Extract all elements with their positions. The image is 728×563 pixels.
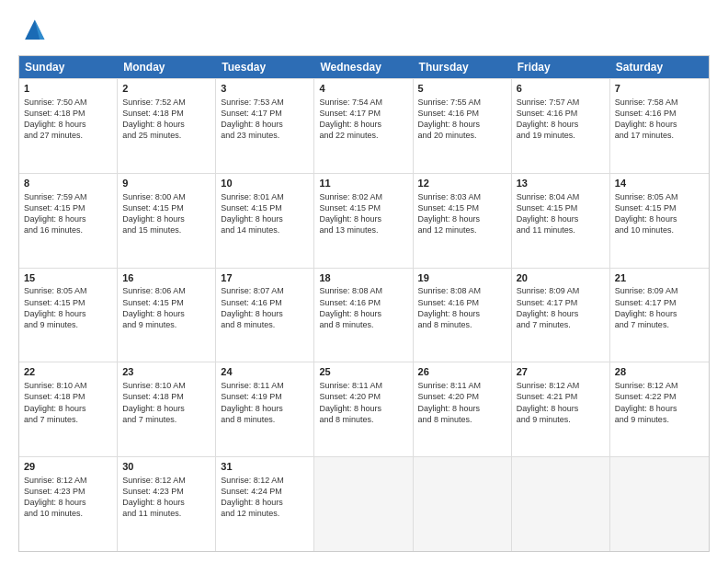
day-cell-9: 9Sunrise: 8:00 AMSunset: 4:15 PMDaylight… (118, 174, 216, 268)
cell-line: Sunset: 4:21 PM (517, 391, 605, 402)
cell-line: and 13 minutes. (319, 224, 407, 236)
cell-line: and 16 minutes. (24, 224, 112, 236)
cell-line: Sunset: 4:19 PM (221, 391, 309, 402)
cell-line: Sunrise: 8:11 AM (221, 380, 309, 391)
day-number: 12 (418, 177, 506, 190)
day-cell-30: 30Sunrise: 8:12 AMSunset: 4:23 PMDayligh… (118, 457, 216, 551)
cell-line: and 9 minutes. (517, 414, 605, 425)
calendar-header: SundayMondayTuesdayWednesdayThursdayFrid… (19, 56, 709, 78)
cell-line: Sunrise: 8:04 AM (517, 191, 605, 202)
day-cell-10: 10Sunrise: 8:01 AMSunset: 4:15 PMDayligh… (216, 174, 314, 268)
cell-line: Sunrise: 7:54 AM (319, 97, 407, 108)
day-cell-28: 28Sunrise: 8:12 AMSunset: 4:22 PMDayligh… (610, 362, 709, 456)
day-number: 28 (615, 365, 704, 379)
day-number: 14 (615, 177, 704, 190)
day-cell-20: 20Sunrise: 8:09 AMSunset: 4:17 PMDayligh… (512, 269, 610, 362)
day-number: 13 (517, 177, 605, 190)
cell-line: Sunset: 4:18 PM (122, 391, 210, 402)
day-number: 31 (221, 460, 309, 474)
cell-line: Daylight: 8 hours (122, 119, 210, 130)
day-cell-16: 16Sunrise: 8:06 AMSunset: 4:15 PMDayligh… (118, 269, 216, 362)
day-cell-29: 29Sunrise: 8:12 AMSunset: 4:23 PMDayligh… (19, 457, 118, 551)
cell-line: Sunset: 4:17 PM (517, 297, 605, 308)
cell-line: and 9 minutes. (122, 319, 210, 330)
cell-line: Daylight: 8 hours (24, 308, 112, 319)
calendar-body: 1Sunrise: 7:50 AMSunset: 4:18 PMDaylight… (19, 78, 709, 551)
cell-line: Sunset: 4:22 PM (615, 391, 704, 402)
cell-line: Sunrise: 8:07 AM (221, 285, 309, 296)
day-cell-11: 11Sunrise: 8:02 AMSunset: 4:15 PMDayligh… (314, 174, 413, 268)
logo-icon (18, 17, 48, 46)
cell-line: Daylight: 8 hours (24, 119, 112, 130)
day-cell-19: 19Sunrise: 8:08 AMSunset: 4:16 PMDayligh… (414, 269, 512, 362)
day-header-saturday: Saturday (610, 56, 709, 78)
cell-line: Daylight: 8 hours (221, 308, 309, 319)
day-number: 22 (24, 365, 112, 379)
cell-line: Sunset: 4:15 PM (122, 297, 210, 308)
empty-cell (610, 457, 709, 551)
day-number: 8 (24, 177, 112, 190)
cell-line: Daylight: 8 hours (418, 308, 506, 319)
cell-line: Sunrise: 8:01 AM (221, 191, 309, 202)
cell-line: Sunset: 4:16 PM (615, 108, 704, 119)
empty-cell (314, 457, 413, 551)
cell-line: Sunrise: 8:06 AM (122, 285, 210, 296)
cell-line: and 10 minutes. (24, 508, 112, 519)
day-cell-27: 27Sunrise: 8:12 AMSunset: 4:21 PMDayligh… (512, 362, 610, 456)
cell-line: Sunrise: 7:57 AM (517, 97, 605, 108)
day-number: 3 (221, 82, 309, 96)
cell-line: Daylight: 8 hours (319, 119, 407, 130)
day-number: 27 (517, 365, 605, 379)
cell-line: Sunset: 4:20 PM (319, 391, 407, 402)
cell-line: and 19 minutes. (517, 130, 605, 141)
cell-line: Sunset: 4:15 PM (122, 202, 210, 213)
cell-line: Sunrise: 8:12 AM (615, 380, 704, 391)
calendar-week-1: 1Sunrise: 7:50 AMSunset: 4:18 PMDaylight… (19, 78, 709, 173)
cell-line: Sunrise: 8:05 AM (24, 285, 112, 296)
day-number: 4 (319, 82, 407, 96)
cell-line: and 7 minutes. (615, 319, 704, 330)
cell-line: and 17 minutes. (615, 130, 704, 141)
cell-line: Sunrise: 8:11 AM (319, 380, 407, 391)
cell-line: Sunset: 4:15 PM (24, 297, 112, 308)
cell-line: Sunrise: 8:09 AM (517, 285, 605, 296)
day-cell-5: 5Sunrise: 7:55 AMSunset: 4:16 PMDaylight… (414, 79, 512, 173)
cell-line: and 9 minutes. (24, 319, 112, 330)
cell-line: Sunrise: 8:03 AM (418, 191, 506, 202)
cell-line: Sunset: 4:18 PM (122, 108, 210, 119)
cell-line: Sunset: 4:16 PM (418, 108, 506, 119)
day-cell-8: 8Sunrise: 7:59 AMSunset: 4:15 PMDaylight… (19, 174, 118, 268)
day-cell-26: 26Sunrise: 8:11 AMSunset: 4:20 PMDayligh… (414, 362, 512, 456)
cell-line: Daylight: 8 hours (517, 119, 605, 130)
cell-line: and 12 minutes. (418, 224, 506, 236)
cell-line: Sunset: 4:23 PM (24, 486, 112, 497)
cell-line: Daylight: 8 hours (221, 497, 309, 508)
cell-line: Daylight: 8 hours (122, 497, 210, 508)
cell-line: and 10 minutes. (615, 224, 704, 236)
cell-line: and 11 minutes. (122, 508, 210, 519)
header (18, 17, 710, 46)
cell-line: and 15 minutes. (122, 224, 210, 236)
cell-line: Sunrise: 8:12 AM (221, 475, 309, 486)
day-cell-23: 23Sunrise: 8:10 AMSunset: 4:18 PMDayligh… (118, 362, 216, 456)
cell-line: Sunset: 4:15 PM (221, 202, 309, 213)
day-cell-12: 12Sunrise: 8:03 AMSunset: 4:15 PMDayligh… (414, 174, 512, 268)
cell-line: and 25 minutes. (122, 130, 210, 141)
day-header-friday: Friday (512, 56, 610, 78)
cell-line: and 9 minutes. (615, 414, 704, 425)
day-number: 10 (221, 177, 309, 190)
cell-line: and 20 minutes. (418, 130, 506, 141)
day-number: 17 (221, 271, 309, 285)
cell-line: Sunrise: 7:59 AM (24, 191, 112, 202)
cell-line: Daylight: 8 hours (122, 308, 210, 319)
cell-line: Daylight: 8 hours (615, 308, 704, 319)
cell-line: Daylight: 8 hours (517, 308, 605, 319)
cell-line: Sunset: 4:16 PM (319, 297, 407, 308)
day-cell-1: 1Sunrise: 7:50 AMSunset: 4:18 PMDaylight… (19, 79, 118, 173)
day-number: 20 (517, 271, 605, 285)
cell-line: Sunset: 4:17 PM (319, 108, 407, 119)
cell-line: and 8 minutes. (319, 414, 407, 425)
day-cell-22: 22Sunrise: 8:10 AMSunset: 4:18 PMDayligh… (19, 362, 118, 456)
cell-line: Daylight: 8 hours (24, 213, 112, 224)
day-number: 9 (122, 177, 210, 190)
